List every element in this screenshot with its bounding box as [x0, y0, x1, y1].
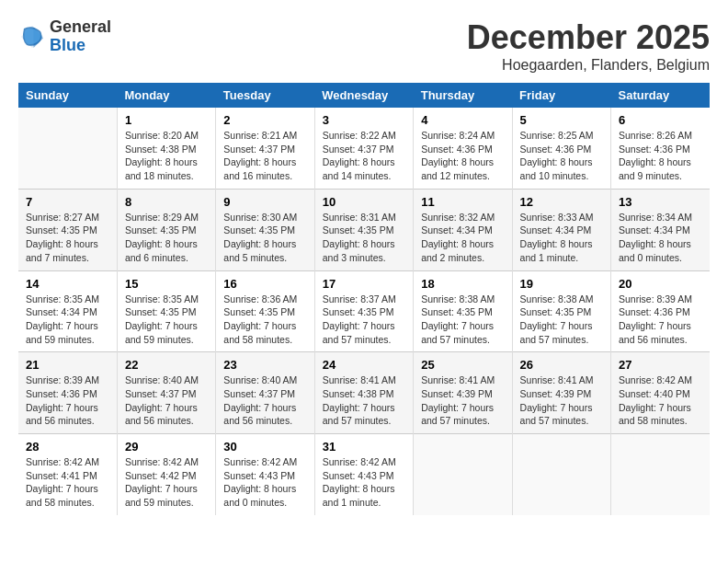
calendar-cell: 14Sunrise: 8:35 AM Sunset: 4:34 PM Dayli…: [18, 270, 117, 352]
day-number: 10: [323, 195, 405, 209]
day-number: 4: [421, 113, 504, 127]
calendar-cell: 31Sunrise: 8:42 AM Sunset: 4:43 PM Dayli…: [314, 434, 413, 515]
weekday-header-monday: Monday: [117, 83, 215, 108]
day-info: Sunrise: 8:21 AM Sunset: 4:37 PM Dayligh…: [223, 129, 306, 183]
day-info: Sunrise: 8:42 AM Sunset: 4:42 PM Dayligh…: [125, 455, 208, 510]
day-number: 21: [26, 358, 109, 372]
title-area: December 2025 Hoegaarden, Flanders, Belg…: [467, 18, 710, 74]
day-info: Sunrise: 8:41 AM Sunset: 4:39 PM Dayligh…: [421, 373, 504, 428]
calendar-week-2: 7Sunrise: 8:27 AM Sunset: 4:35 PM Daylig…: [18, 189, 710, 270]
calendar-cell: 19Sunrise: 8:38 AM Sunset: 4:35 PM Dayli…: [512, 270, 610, 352]
calendar-cell: 4Sunrise: 8:24 AM Sunset: 4:36 PM Daylig…: [414, 108, 512, 189]
day-info: Sunrise: 8:24 AM Sunset: 4:36 PM Dayligh…: [421, 129, 504, 183]
day-number: 11: [421, 195, 504, 209]
calendar-cell: 16Sunrise: 8:36 AM Sunset: 4:35 PM Dayli…: [216, 270, 314, 352]
day-info: Sunrise: 8:35 AM Sunset: 4:34 PM Dayligh…: [26, 293, 109, 347]
day-number: 22: [125, 358, 208, 372]
calendar-cell: 22Sunrise: 8:40 AM Sunset: 4:37 PM Dayli…: [117, 352, 215, 434]
day-info: Sunrise: 8:22 AM Sunset: 4:37 PM Dayligh…: [323, 129, 405, 183]
logo: General Blue: [18, 18, 111, 55]
calendar-cell: 25Sunrise: 8:41 AM Sunset: 4:39 PM Dayli…: [414, 352, 512, 434]
day-info: Sunrise: 8:38 AM Sunset: 4:35 PM Dayligh…: [421, 293, 504, 347]
calendar-cell: 12Sunrise: 8:33 AM Sunset: 4:34 PM Dayli…: [512, 189, 610, 270]
day-info: Sunrise: 8:41 AM Sunset: 4:38 PM Dayligh…: [323, 373, 405, 428]
day-info: Sunrise: 8:38 AM Sunset: 4:35 PM Dayligh…: [520, 293, 603, 347]
logo-general: General: [50, 18, 111, 37]
day-number: 18: [421, 277, 504, 291]
day-number: 14: [26, 277, 109, 291]
calendar-cell: 27Sunrise: 8:42 AM Sunset: 4:40 PM Dayli…: [611, 352, 710, 434]
weekday-header-saturday: Saturday: [611, 83, 710, 108]
calendar-cell: 23Sunrise: 8:40 AM Sunset: 4:37 PM Dayli…: [216, 352, 314, 434]
calendar-cell: [414, 434, 512, 515]
day-number: 3: [323, 113, 405, 127]
day-info: Sunrise: 8:32 AM Sunset: 4:34 PM Dayligh…: [421, 211, 504, 265]
calendar-week-4: 21Sunrise: 8:39 AM Sunset: 4:36 PM Dayli…: [18, 352, 710, 434]
day-number: 25: [421, 358, 504, 372]
weekday-header-wednesday: Wednesday: [314, 83, 413, 108]
day-number: 12: [520, 195, 603, 209]
day-number: 26: [520, 358, 603, 372]
calendar-cell: 3Sunrise: 8:22 AM Sunset: 4:37 PM Daylig…: [314, 108, 413, 189]
day-number: 23: [223, 358, 306, 372]
weekday-header-row: SundayMondayTuesdayWednesdayThursdayFrid…: [18, 83, 710, 108]
day-info: Sunrise: 8:25 AM Sunset: 4:36 PM Dayligh…: [520, 129, 603, 183]
day-info: Sunrise: 8:42 AM Sunset: 4:43 PM Dayligh…: [223, 455, 306, 510]
day-info: Sunrise: 8:30 AM Sunset: 4:35 PM Dayligh…: [223, 211, 306, 265]
calendar-cell: 29Sunrise: 8:42 AM Sunset: 4:42 PM Dayli…: [117, 434, 215, 515]
weekday-header-thursday: Thursday: [414, 83, 512, 108]
calendar-cell: 1Sunrise: 8:20 AM Sunset: 4:38 PM Daylig…: [117, 108, 215, 189]
day-number: 6: [619, 113, 702, 127]
weekday-header-friday: Friday: [512, 83, 610, 108]
day-info: Sunrise: 8:36 AM Sunset: 4:35 PM Dayligh…: [223, 293, 306, 347]
day-info: Sunrise: 8:41 AM Sunset: 4:39 PM Dayligh…: [520, 373, 603, 428]
calendar-cell: 5Sunrise: 8:25 AM Sunset: 4:36 PM Daylig…: [512, 108, 610, 189]
calendar-cell: 10Sunrise: 8:31 AM Sunset: 4:35 PM Dayli…: [314, 189, 413, 270]
calendar-cell: 24Sunrise: 8:41 AM Sunset: 4:38 PM Dayli…: [314, 352, 413, 434]
day-info: Sunrise: 8:31 AM Sunset: 4:35 PM Dayligh…: [323, 211, 405, 265]
calendar-cell: 20Sunrise: 8:39 AM Sunset: 4:36 PM Dayli…: [611, 270, 710, 352]
calendar-week-5: 28Sunrise: 8:42 AM Sunset: 4:41 PM Dayli…: [18, 434, 710, 515]
day-info: Sunrise: 8:40 AM Sunset: 4:37 PM Dayligh…: [125, 373, 208, 428]
calendar-cell: 2Sunrise: 8:21 AM Sunset: 4:37 PM Daylig…: [216, 108, 314, 189]
calendar-table: SundayMondayTuesdayWednesdayThursdayFrid…: [18, 83, 710, 515]
calendar-cell: 8Sunrise: 8:29 AM Sunset: 4:35 PM Daylig…: [117, 189, 215, 270]
day-info: Sunrise: 8:42 AM Sunset: 4:43 PM Dayligh…: [323, 455, 405, 510]
day-number: 29: [125, 440, 208, 454]
day-number: 15: [125, 277, 208, 291]
day-number: 17: [323, 277, 405, 291]
calendar-cell: 21Sunrise: 8:39 AM Sunset: 4:36 PM Dayli…: [18, 352, 117, 434]
day-info: Sunrise: 8:27 AM Sunset: 4:35 PM Dayligh…: [26, 211, 109, 265]
day-number: 1: [125, 113, 208, 127]
day-info: Sunrise: 8:37 AM Sunset: 4:35 PM Dayligh…: [323, 293, 405, 347]
day-number: 13: [619, 195, 702, 209]
day-number: 30: [223, 440, 306, 454]
day-info: Sunrise: 8:40 AM Sunset: 4:37 PM Dayligh…: [223, 373, 306, 428]
day-number: 27: [619, 358, 702, 372]
day-info: Sunrise: 8:42 AM Sunset: 4:41 PM Dayligh…: [26, 455, 109, 510]
day-number: 20: [619, 277, 702, 291]
calendar-cell: 28Sunrise: 8:42 AM Sunset: 4:41 PM Dayli…: [18, 434, 117, 515]
logo-blue: Blue: [50, 37, 111, 55]
calendar-cell: 7Sunrise: 8:27 AM Sunset: 4:35 PM Daylig…: [18, 189, 117, 270]
day-number: 5: [520, 113, 603, 127]
day-info: Sunrise: 8:26 AM Sunset: 4:36 PM Dayligh…: [619, 129, 702, 183]
day-number: 24: [323, 358, 405, 372]
day-number: 7: [26, 195, 109, 209]
calendar-cell: [18, 108, 117, 189]
day-number: 19: [520, 277, 603, 291]
day-info: Sunrise: 8:33 AM Sunset: 4:34 PM Dayligh…: [520, 211, 603, 265]
calendar-cell: 17Sunrise: 8:37 AM Sunset: 4:35 PM Dayli…: [314, 270, 413, 352]
day-info: Sunrise: 8:39 AM Sunset: 4:36 PM Dayligh…: [619, 293, 702, 347]
calendar-cell: 13Sunrise: 8:34 AM Sunset: 4:34 PM Dayli…: [611, 189, 710, 270]
header: General Blue December 2025 Hoegaarden, F…: [18, 18, 710, 74]
calendar-cell: [512, 434, 610, 515]
day-info: Sunrise: 8:29 AM Sunset: 4:35 PM Dayligh…: [125, 211, 208, 265]
calendar-cell: 30Sunrise: 8:42 AM Sunset: 4:43 PM Dayli…: [216, 434, 314, 515]
day-number: 9: [223, 195, 306, 209]
day-number: 28: [26, 440, 109, 454]
calendar-cell: 9Sunrise: 8:30 AM Sunset: 4:35 PM Daylig…: [216, 189, 314, 270]
day-info: Sunrise: 8:42 AM Sunset: 4:40 PM Dayligh…: [619, 373, 702, 428]
day-info: Sunrise: 8:34 AM Sunset: 4:34 PM Dayligh…: [619, 211, 702, 265]
weekday-header-sunday: Sunday: [18, 83, 117, 108]
